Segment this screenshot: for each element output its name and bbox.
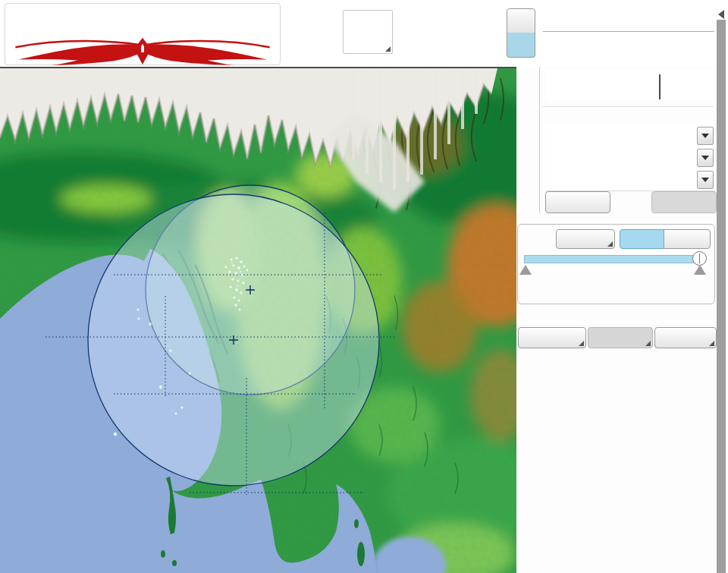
chevron-down-icon[interactable] [697, 171, 714, 189]
control-panel [516, 67, 717, 573]
product-dropdown-2[interactable] [545, 146, 715, 169]
jbirds-app [0, 0, 728, 573]
eagle-icon [8, 36, 277, 66]
replay-slider-handle[interactable] [692, 251, 707, 266]
toolbar-separator [543, 31, 714, 32]
radar-map[interactable] [0, 67, 516, 573]
bookmark-button[interactable] [556, 229, 615, 249]
product-dropdown-3[interactable] [545, 168, 715, 191]
previous-button[interactable] [545, 191, 610, 213]
warning-button[interactable] [343, 10, 393, 54]
text-caret [659, 74, 661, 99]
replay-section [517, 224, 715, 304]
track-button[interactable] [654, 327, 717, 348]
separator [542, 106, 714, 107]
manual-button[interactable] [664, 229, 711, 249]
select-button[interactable] [651, 191, 717, 213]
jbirds-logo [5, 3, 281, 65]
slider-end-marker[interactable] [694, 265, 706, 275]
header-bar [0, 0, 728, 67]
mmt-button[interactable] [507, 33, 535, 58]
slider-start-marker[interactable] [519, 265, 532, 275]
product-dropdown-1[interactable] [545, 124, 715, 147]
query-input[interactable] [547, 70, 714, 100]
chevron-down-icon[interactable] [697, 127, 714, 145]
replay-slider-track[interactable] [524, 255, 705, 263]
auto-button[interactable] [620, 229, 666, 249]
chevron-down-icon[interactable] [697, 149, 714, 167]
panel-scroll-rail[interactable] [717, 20, 726, 573]
panel-collapse-arrow-icon[interactable] [718, 10, 724, 19]
location-button[interactable] [518, 327, 586, 348]
utc-button[interactable] [507, 8, 535, 33]
xsection-button[interactable] [588, 327, 653, 348]
